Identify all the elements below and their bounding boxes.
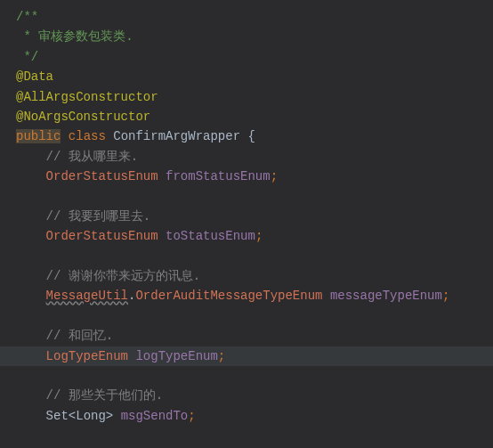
comment-to: // 我要到哪里去. xyxy=(0,207,493,226)
blank-line xyxy=(0,426,493,445)
annotation-allargs: @AllArgsConstructor xyxy=(0,87,493,107)
comment-sendto: // 那些关于他们的. xyxy=(0,386,493,405)
field-logtype: LogTypeEnum logTypeEnum; xyxy=(0,346,493,366)
class-declaration: public class ConfirmArgWrapper { xyxy=(0,126,493,146)
doc-comment-body: * 审核参数包装类. xyxy=(0,27,493,46)
doc-comment-open: /** xyxy=(0,7,493,27)
field-msgtype: MessageUtil.OrderAuditMessageTypeEnum me… xyxy=(0,286,493,305)
blank-line xyxy=(0,306,493,326)
annotation-data: @Data xyxy=(0,67,493,86)
code-editor[interactable]: /** * 审核参数包装类. */ @Data @AllArgsConstruc… xyxy=(0,7,493,448)
comment-msg: // 谢谢你带来远方的讯息. xyxy=(0,266,493,286)
field-fromstatus: OrderStatusEnum fromStatusEnum; xyxy=(0,167,493,186)
comment-from: // 我从哪里来. xyxy=(0,147,493,167)
blank-line xyxy=(0,366,493,386)
blank-line xyxy=(0,187,493,207)
comment-log: // 和回忆. xyxy=(0,326,493,346)
doc-comment-close: */ xyxy=(0,47,493,67)
field-tostatus: OrderStatusEnum toStatusEnum; xyxy=(0,226,493,246)
blank-line xyxy=(0,247,493,266)
field-msgsendto: Set<Long> msgSendTo; xyxy=(0,406,493,426)
annotation-noargs: @NoArgsConstructor xyxy=(0,107,493,126)
